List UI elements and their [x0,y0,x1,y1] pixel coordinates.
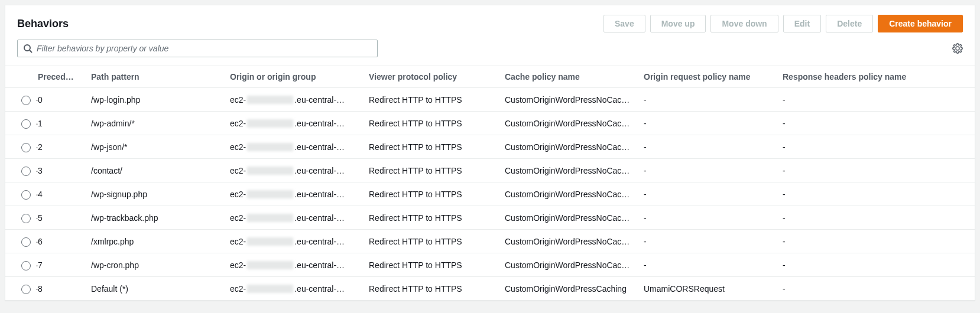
cell-viewer-policy: Redirect HTTP to HTTPS [369,230,505,253]
cell-path-pattern: Default (*) [91,277,230,301]
table-row: 7/wp-cron.phpec2-.eu-central-…Redirect H… [5,253,975,277]
cell-precedence: 4 [38,182,91,206]
filter-input[interactable] [17,40,378,57]
origin-suffix: .eu-central-… [294,166,345,175]
cell-path-pattern: /wp-cron.php [91,253,230,277]
origin-suffix: .eu-central-… [294,142,345,152]
action-bar: Save Move up Move down Edit Delete Creat… [603,15,963,32]
cell-path-pattern: /xmlrpc.php [91,230,230,253]
search-wrap [17,40,378,57]
cell-cache-policy: CustomOriginWordPressNoCaching [505,112,644,135]
col-viewer-policy[interactable]: Viewer protocol policy [369,66,505,88]
table-row: 2/wp-json/*ec2-.eu-central-…Redirect HTT… [5,135,975,159]
cell-cache-policy: CustomOriginWordPressNoCaching [505,230,644,253]
svg-line-1 [30,50,32,53]
cell-viewer-policy: Redirect HTTP to HTTPS [369,253,505,277]
origin-suffix: .eu-central-… [294,190,345,199]
cell-path-pattern: /wp-login.php [91,88,230,112]
cell-cache-policy: CustomOriginWordPressNoCaching [505,206,644,230]
col-origin[interactable]: Origin or origin group [230,66,369,88]
behaviors-panel: Behaviors Save Move up Move down Edit De… [5,5,975,301]
cell-viewer-policy: Redirect HTTP to HTTPS [369,88,505,112]
col-origin-request-policy[interactable]: Origin request policy name [644,66,783,88]
row-select-radio[interactable] [21,143,31,152]
cell-origin-request-policy: - [644,230,783,253]
cell-cache-policy: CustomOriginWordPressNoCaching [505,135,644,159]
redacted-segment [247,285,293,293]
row-select-radio[interactable] [21,119,31,129]
row-select-radio[interactable] [21,96,31,105]
filter-row [5,37,975,66]
row-select-radio[interactable] [21,237,31,247]
cell-response-headers-policy: - [783,206,975,230]
redacted-segment [247,237,293,246]
origin-prefix: ec2- [230,190,246,199]
redacted-segment [247,214,293,222]
cell-origin-request-policy: - [644,206,783,230]
col-precedence[interactable]: Preced… [38,66,91,88]
cell-cache-policy: CustomOriginWordPressNoCaching [505,159,644,182]
origin-prefix: ec2- [230,284,246,294]
cell-origin-request-policy: - [644,135,783,159]
origin-prefix: ec2- [230,166,246,175]
origin-prefix: ec2- [230,119,246,128]
cell-response-headers-policy: - [783,159,975,182]
cell-precedence: 0 [38,88,91,112]
cell-origin-request-policy: - [644,159,783,182]
cell-precedence: 5 [38,206,91,230]
origin-suffix: .eu-central-… [294,260,345,270]
cell-viewer-policy: Redirect HTTP to HTTPS [369,206,505,230]
col-path-pattern[interactable]: Path pattern [91,66,230,88]
cell-precedence: 6 [38,230,91,253]
col-cache-policy[interactable]: Cache policy name [505,66,644,88]
gear-icon[interactable] [952,43,963,54]
cell-response-headers-policy: - [783,112,975,135]
cell-precedence: 2 [38,135,91,159]
cell-origin: ec2-.eu-central-… [230,112,369,135]
row-select-radio[interactable] [21,285,31,294]
table-row: 0/wp-login.phpec2-.eu-central-…Redirect … [5,88,975,112]
redacted-segment [247,143,293,151]
cell-origin: ec2-.eu-central-… [230,88,369,112]
table-header-row: Preced… Path pattern Origin or origin gr… [5,66,975,88]
table-row: 1/wp-admin/*ec2-.eu-central-…Redirect HT… [5,112,975,135]
cell-response-headers-policy: - [783,230,975,253]
cell-origin-request-policy: - [644,253,783,277]
cell-path-pattern: /wp-admin/* [91,112,230,135]
redacted-segment [247,119,293,128]
row-select-radio[interactable] [21,214,31,223]
origin-prefix: ec2- [230,213,246,223]
row-select-radio[interactable] [21,261,31,270]
move-up-button[interactable]: Move up [650,15,706,32]
create-behavior-button[interactable]: Create behavior [878,15,963,32]
cell-path-pattern: /wp-signup.php [91,182,230,206]
move-down-button[interactable]: Move down [710,15,778,32]
cell-origin: ec2-.eu-central-… [230,135,369,159]
table-row: 8Default (*)ec2-.eu-central-…Redirect HT… [5,277,975,301]
cell-cache-policy: CustomOriginWordPressNoCaching [505,182,644,206]
cell-origin-request-policy: - [644,182,783,206]
table-row: 6/xmlrpc.phpec2-.eu-central-…Redirect HT… [5,230,975,253]
cell-precedence: 8 [38,277,91,301]
panel-title: Behaviors [17,18,69,30]
cell-viewer-policy: Redirect HTTP to HTTPS [369,182,505,206]
cell-precedence: 7 [38,253,91,277]
row-select-radio[interactable] [21,167,31,176]
cell-response-headers-policy: - [783,277,975,301]
redacted-segment [247,190,293,198]
origin-suffix: .eu-central-… [294,95,345,105]
svg-point-0 [24,45,30,51]
col-response-headers-policy[interactable]: Response headers policy name [783,66,975,88]
cell-path-pattern: /contact/ [91,159,230,182]
save-button[interactable]: Save [603,15,645,32]
redacted-segment [247,167,293,175]
row-select-radio[interactable] [21,190,31,200]
delete-button[interactable]: Delete [826,15,873,32]
redacted-segment [247,261,293,269]
cell-cache-policy: CustomOriginWordPressNoCaching [505,253,644,277]
search-icon [23,44,33,53]
edit-button[interactable]: Edit [783,15,821,32]
cell-response-headers-policy: - [783,182,975,206]
cell-response-headers-policy: - [783,135,975,159]
origin-suffix: .eu-central-… [294,119,345,128]
